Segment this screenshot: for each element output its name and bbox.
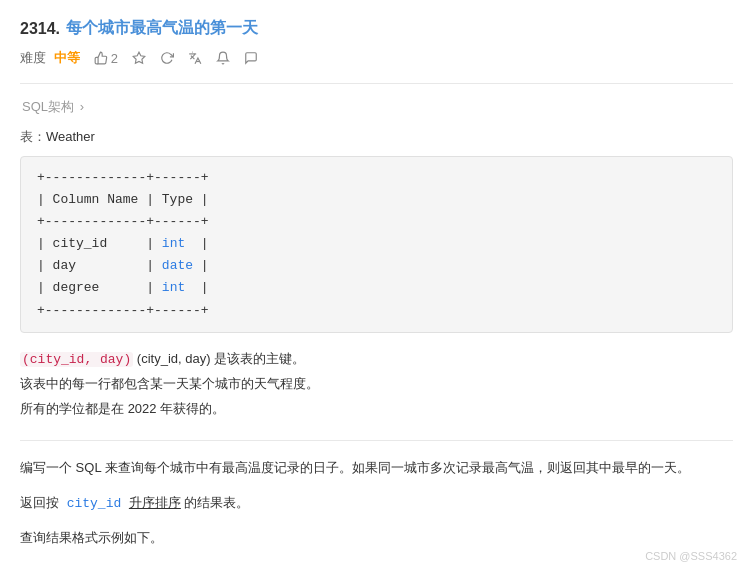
description-line-3: 所有的学位都是在 2022 年获得的。 <box>20 397 733 422</box>
result-line: 查询结果格式示例如下。 <box>20 526 733 551</box>
order-keyword: city_id <box>67 496 122 511</box>
meta-divider <box>20 83 733 84</box>
schema-line-4: | city_id | int | <box>37 233 716 255</box>
order-direction: 升序排序 <box>129 495 181 510</box>
svg-marker-0 <box>133 52 145 63</box>
bell-button[interactable] <box>216 51 230 65</box>
breadcrumb[interactable]: SQL架构 › <box>20 98 733 116</box>
table-name: Weather <box>46 129 95 144</box>
table-label: 表：Weather <box>20 128 733 146</box>
refresh-button[interactable] <box>160 51 174 65</box>
section-divider <box>20 440 733 441</box>
star-button[interactable] <box>132 51 146 65</box>
translate-button[interactable] <box>188 51 202 65</box>
problem-number: 2314. <box>20 20 60 38</box>
description-block: (city_id, day) (city_id, day) 是该表的主键。 该表… <box>20 347 733 422</box>
problem-statement: 编写一个 SQL 来查询每个城市中有最高温度记录的日子。如果同一城市多次记录最高… <box>20 455 733 481</box>
schema-line-1: +-------------+------+ <box>37 167 716 189</box>
page-container: 2314. 每个城市最高气温的第一天 难度 中等 2 SQL <box>0 0 753 574</box>
schema-box: +-------------+------+ | Column Name | T… <box>20 156 733 333</box>
schema-line-7: +-------------+------+ <box>37 300 716 322</box>
watermark: CSDN @SSS4362 <box>645 550 737 562</box>
meta-row: 难度 中等 2 <box>20 49 733 67</box>
schema-line-3: +-------------+------+ <box>37 211 716 233</box>
like-button[interactable]: 2 <box>94 51 118 66</box>
difficulty-label: 难度 中等 <box>20 49 80 67</box>
schema-line-5: | day | date | <box>37 255 716 277</box>
schema-line-6: | degree | int | <box>37 277 716 299</box>
schema-line-2: | Column Name | Type | <box>37 189 716 211</box>
problem-title[interactable]: 每个城市最高气温的第一天 <box>66 18 258 39</box>
like-count: 2 <box>111 51 118 66</box>
order-line: 返回按 city_id 升序排序 的结果表。 <box>20 491 733 517</box>
title-row: 2314. 每个城市最高气温的第一天 <box>20 18 733 39</box>
description-line-2: 该表中的每一行都包含某一天某个城市的天气程度。 <box>20 372 733 397</box>
description-line-1: (city_id, day) (city_id, day) 是该表的主键。 <box>20 347 733 373</box>
comment-button[interactable] <box>244 51 258 65</box>
